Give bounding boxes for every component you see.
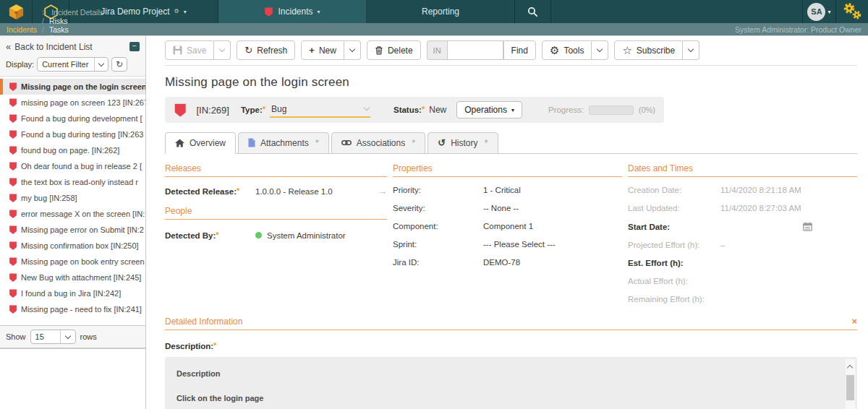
incident-list-item-label: Missing page on book entry screen: [21, 257, 145, 266]
incident-list-item[interactable]: Missing confirmation box [IN:250]: [0, 238, 145, 254]
search-icon: [527, 7, 538, 17]
subscribe-menu-button[interactable]: [683, 40, 699, 60]
refresh-button[interactable]: ↻ Refresh: [237, 40, 295, 60]
description-scrollbar[interactable]: [846, 359, 855, 409]
incident-shield-icon: [9, 304, 17, 314]
link-icon: [341, 138, 352, 147]
property-label: Priority:: [393, 186, 483, 194]
tools-menu-button[interactable]: [592, 40, 608, 60]
back-link-label: Back to Incident List: [14, 42, 92, 52]
incident-list-item[interactable]: the text box is read-only instead r: [0, 174, 145, 190]
history-icon: ↺: [438, 138, 446, 147]
delete-button[interactable]: Delete: [367, 40, 421, 60]
incident-list-item[interactable]: Missing page error on Submit [IN:2: [0, 222, 145, 238]
required-asterisk: *: [213, 341, 216, 350]
calendar-icon[interactable]: [803, 222, 812, 231]
incident-list-item[interactable]: my bug [IN:258]: [0, 190, 145, 206]
subscribe-button[interactable]: ☆ Subscribe: [614, 40, 683, 60]
caret-down-icon: ▾: [511, 107, 514, 113]
incident-list-item[interactable]: Found a bug during testing [IN:263: [0, 126, 145, 142]
find-input[interactable]: [447, 40, 503, 60]
system-settings-button[interactable]: [836, 0, 868, 23]
rows-value: 15: [31, 332, 60, 341]
user-menu[interactable]: SA ▾: [803, 0, 836, 23]
incident-list-item[interactable]: Oh dear found a bug in release 2 [: [0, 158, 145, 174]
busy-asterisk-icon: *: [315, 137, 319, 148]
incident-list-item[interactable]: missing page on screen 123 [IN:267: [0, 95, 145, 111]
breadcrumb-segment: /Risks: [37, 17, 103, 25]
incident-list-item[interactable]: Missing page on book entry screen: [0, 254, 145, 270]
new-menu-button[interactable]: [344, 40, 361, 60]
filter-value: Current Filter: [38, 60, 94, 69]
find-group: IN Find: [427, 40, 536, 60]
refresh-filter-button[interactable]: ↻: [111, 57, 127, 72]
chevron-down-icon: [597, 46, 603, 52]
tab-history[interactable]: ↺ History *: [427, 132, 498, 154]
property-label: Jira ID:: [393, 258, 483, 267]
incident-list-item-label: Missing page error on Submit [IN:2: [21, 225, 144, 234]
breadcrumb-link[interactable]: Tasks: [49, 25, 69, 34]
incident-list-item[interactable]: Missing page on the login screen [: [0, 79, 145, 95]
tab-associations[interactable]: Associations *: [331, 132, 425, 154]
tab-overview[interactable]: Overview: [165, 132, 236, 154]
incident-list-item[interactable]: error message X on the screen [IN:: [0, 206, 145, 222]
creation-date-row: Creation Date: 11/4/2020 8:21:18 AM: [628, 186, 857, 194]
collapse-sidebar-button[interactable]: −: [129, 42, 140, 51]
breadcrumb-link[interactable]: Incident Details: [51, 8, 103, 17]
breadcrumb-segment: >Incident Details: [37, 8, 103, 17]
breadcrumb-current[interactable]: Incidents: [7, 25, 37, 34]
tools-button[interactable]: ⚙ Tools: [542, 40, 592, 60]
incident-list-item[interactable]: I found a bug in Jira [IN:242]: [0, 285, 145, 301]
nav-tab-incidents[interactable]: Incidents ▾: [218, 0, 367, 23]
type-select[interactable]: Bug: [270, 103, 370, 118]
required-asterisk: *: [237, 186, 239, 195]
topnav-spacer: [551, 0, 803, 23]
nav-tab-reporting[interactable]: Reporting: [367, 0, 515, 23]
display-filter-select[interactable]: Current Filter: [37, 57, 109, 72]
incident-shield-icon: [9, 82, 17, 92]
toolbar: Save ↻ Refresh + New: [165, 36, 857, 66]
dates-column: Dates and Times Creation Date: 11/4/2020…: [628, 163, 857, 313]
save-button[interactable]: Save: [165, 40, 214, 60]
chevron-down-icon: [60, 330, 75, 343]
close-icon[interactable]: ×: [851, 316, 857, 327]
home-icon: [175, 139, 184, 147]
breadcrumb-segment: /Tasks: [37, 25, 103, 34]
incident-list-item[interactable]: Missing page - need to fix [IN:241]: [0, 301, 145, 317]
operations-button[interactable]: Operations ▾: [456, 101, 522, 119]
tab-attachments[interactable]: Attachments *: [238, 132, 329, 154]
refresh-icon: ↻: [244, 46, 252, 55]
detailed-information-header: Detailed Information ×: [165, 316, 857, 330]
incident-list-item[interactable]: Found a bug during development [: [0, 111, 145, 126]
arrow-right-icon[interactable]: →: [378, 186, 387, 197]
scrollbar-thumb[interactable]: [846, 375, 854, 400]
back-to-incident-list-link[interactable]: « Back to Incident List: [6, 41, 93, 52]
progress-label: Progress:: [548, 106, 584, 114]
app-logo[interactable]: [0, 0, 33, 23]
incident-list-item[interactable]: found bug on page. [IN:262]: [0, 142, 145, 158]
detected-release-value[interactable]: 1.0.0.0 - Release 1.0: [255, 187, 333, 196]
incident-shield-icon: [264, 7, 273, 17]
type-label: Type:*: [241, 106, 265, 114]
busy-asterisk-icon: *: [412, 137, 415, 148]
new-button[interactable]: + New: [301, 40, 344, 60]
breadcrumb-link[interactable]: Risks: [49, 17, 68, 25]
last-updated-row: Last Updated: 11/4/2020 8:27:03 AM: [628, 204, 857, 212]
description-textarea[interactable]: DescriptionClick on the login pageExpect…: [165, 357, 857, 409]
incident-shield-icon: [9, 288, 17, 298]
releases-people-column: Releases Detected Release:* 1.0.0.0 - Re…: [165, 163, 387, 313]
chevron-down-icon: [219, 46, 225, 52]
incident-list-item-label: Found a bug during testing [IN:263: [21, 130, 143, 139]
chevron-down-icon: [364, 105, 370, 111]
rows-per-page-select[interactable]: 15: [30, 330, 76, 344]
breadcrumb: Incidents >Incident Details/Risks/Tasks/…: [0, 23, 868, 35]
progress-bar: [589, 106, 634, 115]
incident-id: [IN:269]: [196, 105, 229, 116]
chevron-down-icon: ▾: [184, 9, 187, 15]
incident-list-item[interactable]: New Bug with attachment [IN:245]: [0, 270, 145, 285]
save-menu-button[interactable]: [214, 40, 231, 60]
incident-list-item-label: found bug on page. [IN:262]: [21, 146, 119, 155]
find-button[interactable]: Find: [503, 40, 536, 60]
global-search-button[interactable]: [515, 0, 551, 23]
chevron-down-icon: ▾: [827, 9, 830, 15]
